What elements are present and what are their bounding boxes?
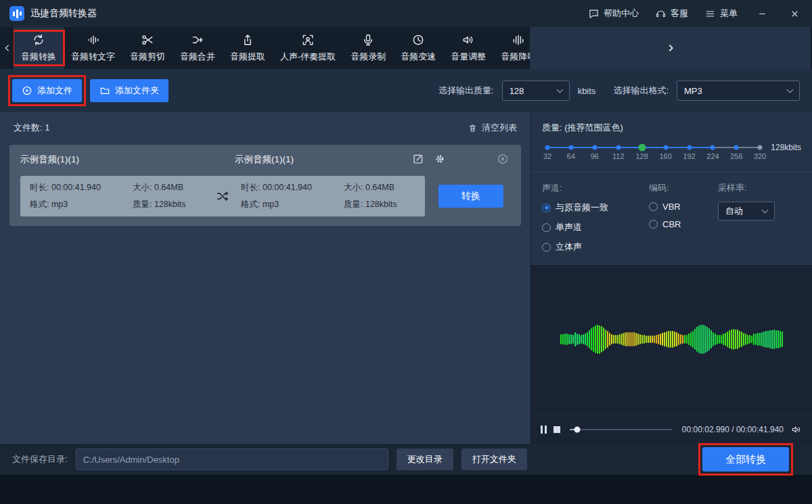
tab-label: 音频录制 <box>351 51 386 63</box>
quality-tick-192[interactable] <box>687 145 692 150</box>
audio-record-icon <box>361 33 375 47</box>
waveform-bar <box>741 331 742 347</box>
quality-title: 质量: (推荐范围蓝色) <box>542 122 801 134</box>
tab-vocal-extract[interactable]: 人声-伴奏提取 <box>273 27 343 69</box>
quality-tick-160[interactable] <box>663 145 668 150</box>
tabs-scroll-right-button[interactable] <box>530 27 811 69</box>
quality-tick-32[interactable] <box>545 145 550 150</box>
output-format-select[interactable]: MP3 <box>677 81 800 101</box>
waveform-bar <box>562 334 564 345</box>
output-quality-select[interactable]: 128 <box>502 81 570 101</box>
convert-all-button[interactable]: 全部转换 <box>702 447 789 472</box>
close-icon <box>790 9 800 19</box>
waveform-bar <box>662 333 663 346</box>
tab-label: 音频转换 <box>21 51 56 63</box>
tab-audio-merge[interactable]: 音频合并 <box>173 27 223 69</box>
tab-audio-speed[interactable]: 音频变速 <box>393 27 443 69</box>
file-settings-button[interactable] <box>434 153 447 166</box>
tab-audio-denoise[interactable]: 音频降噪 <box>493 27 530 69</box>
menu-label: 菜单 <box>720 7 738 20</box>
quality-unit-label: kbits <box>578 86 596 96</box>
quality-tick-256[interactable] <box>734 145 739 150</box>
waveform-bar <box>682 335 683 344</box>
quality-slider-row: 326496112128160192224256320 128kbits <box>542 142 801 168</box>
playback-slider[interactable] <box>570 425 673 434</box>
waveform-bar <box>710 330 712 348</box>
quality-tick-64[interactable] <box>568 145 573 150</box>
pause-button[interactable] <box>541 426 547 434</box>
menu-button[interactable]: 菜单 <box>704 7 738 20</box>
quality-slider[interactable]: 326496112128160192224256320 <box>547 142 760 168</box>
output-format: 格式: mp3 <box>241 199 344 210</box>
swap-button[interactable] <box>215 189 230 204</box>
channel-option-3[interactable]: 立体声 <box>542 241 644 253</box>
playback-thumb[interactable] <box>574 427 580 433</box>
tab-volume-adjust[interactable]: 音量调整 <box>443 27 493 69</box>
samplerate-value: 自动 <box>725 205 743 217</box>
waveform-bar <box>635 333 637 346</box>
stop-button[interactable] <box>554 426 560 433</box>
encode-option-1[interactable]: VBR <box>649 202 713 212</box>
waveform-bar <box>646 336 647 344</box>
convert-button[interactable]: 转换 <box>438 185 503 208</box>
open-folder-button[interactable]: 打开文件夹 <box>461 449 527 470</box>
waveform-bar <box>715 334 716 345</box>
waveform-bar <box>619 334 621 344</box>
waveform-bar <box>688 334 690 344</box>
tab-audio-extract[interactable]: 音频提取 <box>223 27 273 69</box>
quality-tick-128[interactable] <box>638 144 646 152</box>
waveform-bar <box>572 335 574 343</box>
tab-audio-convert[interactable]: 音频转换 <box>14 27 64 69</box>
quality-tick-320[interactable] <box>758 145 763 150</box>
clear-list-label: 清空列表 <box>482 122 517 134</box>
waveform-bar <box>680 334 681 344</box>
chevron-down-icon <box>787 87 794 93</box>
quality-tick-112[interactable] <box>616 145 621 150</box>
vocal-extract-icon <box>301 33 315 47</box>
output-format-label: 选择输出格式: <box>613 85 669 97</box>
rename-button[interactable] <box>412 153 426 166</box>
close-circle-icon <box>497 153 509 165</box>
channel-option-2[interactable]: 单声道 <box>542 221 644 233</box>
radio-label: 单声道 <box>556 221 582 233</box>
waveform-bar <box>591 328 592 350</box>
tabs-strip: 音频转换音频转文字音频剪切音频合并音频提取人声-伴奏提取音频录制音频变速音量调整… <box>14 27 530 69</box>
file-card-header: 示例音频(1)(1) 示例音频(1)(1) <box>9 145 521 175</box>
tab-audio-to-text[interactable]: 音频转文字 <box>64 27 122 69</box>
waveform-bar <box>574 332 576 346</box>
samplerate-select[interactable]: 自动 <box>718 202 775 221</box>
waveform-bar <box>560 334 562 344</box>
save-dir-input[interactable] <box>76 449 388 470</box>
change-dir-button[interactable]: 更改目录 <box>397 449 453 470</box>
radio-icon <box>542 243 551 252</box>
waveform-bar <box>644 335 645 344</box>
add-file-button[interactable]: 添加文件 <box>12 79 82 102</box>
waveform-bar <box>694 329 696 350</box>
remove-file-button[interactable] <box>497 153 510 166</box>
quality-tick-96[interactable] <box>592 145 597 150</box>
help-center-button[interactable]: 帮助中心 <box>588 7 639 20</box>
playback-time: 00:00:02.990 / 00:00:41.940 <box>682 425 784 434</box>
volume-button[interactable] <box>790 423 803 436</box>
customer-service-button[interactable]: 客服 <box>655 7 688 20</box>
minimize-button[interactable] <box>754 5 770 22</box>
quality-tick-label: 320 <box>754 152 766 160</box>
channel-option-1[interactable]: 与原音频一致 <box>542 202 644 214</box>
waveform-bar <box>686 335 687 344</box>
close-button[interactable] <box>786 5 803 22</box>
waveform-bar <box>733 329 734 349</box>
radio-icon <box>649 220 658 229</box>
waveform-bar <box>761 332 763 346</box>
quality-tick-label: 192 <box>683 152 695 160</box>
waveform-bar <box>601 326 602 352</box>
quality-tick-224[interactable] <box>710 145 715 150</box>
clear-list-button[interactable]: 清空列表 <box>468 122 517 134</box>
quality-section: 质量: (推荐范围蓝色) 326496112128160192224256320… <box>531 112 812 173</box>
waveform-bar <box>609 333 610 346</box>
tab-audio-cut[interactable]: 音频剪切 <box>122 27 173 69</box>
waveform <box>560 325 783 354</box>
add-folder-button[interactable]: 添加文件夹 <box>90 79 168 102</box>
tab-audio-record[interactable]: 音频录制 <box>343 27 393 69</box>
encode-option-2[interactable]: CBR <box>649 219 713 229</box>
tabs-scroll-left-button[interactable] <box>1 27 14 69</box>
